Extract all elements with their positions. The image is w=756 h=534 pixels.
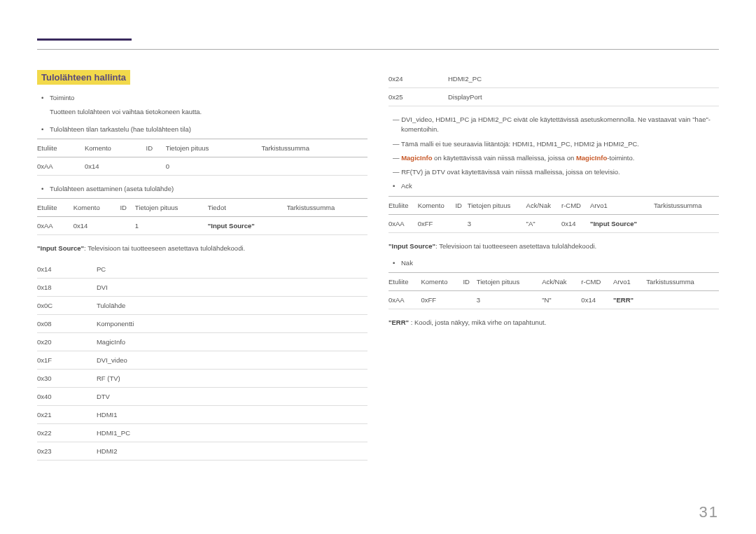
ack-desc: "Input Source": Televisioon tai tuottees…	[388, 241, 719, 251]
code-value: 0x24	[388, 70, 448, 88]
th: Komento	[418, 196, 456, 214]
th: Komento	[85, 139, 146, 157]
th: Tarkistussumma	[646, 273, 719, 291]
td: 0xAA	[37, 157, 85, 175]
td: 0x14	[74, 217, 120, 235]
td	[654, 214, 719, 232]
text: : Televisioon tai tuotteeseen asetettava…	[435, 242, 596, 250]
code-value: 0x25	[388, 88, 448, 106]
td: "A"	[526, 214, 561, 232]
err-desc: "ERR" : Koodi, josta näkyy, mikä virhe o…	[388, 318, 719, 328]
code-label: DTV	[97, 388, 368, 406]
td: 0x14	[85, 157, 146, 175]
td: 0xFF	[421, 291, 463, 309]
table-row: 0x25DisplayPort	[388, 88, 719, 106]
th: Tarkistussumma	[261, 139, 368, 157]
code-value: 0x08	[37, 315, 97, 333]
header-rule	[37, 49, 719, 50]
th: Tarkistussumma	[287, 199, 368, 217]
td: "N"	[542, 291, 581, 309]
td: 0	[166, 157, 262, 175]
magicinfo-highlight: MagicInfo	[401, 154, 432, 162]
td	[287, 217, 368, 235]
td: 0xFF	[418, 214, 456, 232]
td: "Input Source"	[590, 214, 654, 232]
td: "ERR"	[613, 291, 646, 309]
text: : Koodi, josta näkyy, mikä virhe on tapa…	[409, 318, 546, 326]
ack-table: Etuliite Komento ID Tietojen pituus Ack/…	[388, 196, 719, 233]
th: Ack/Nak	[542, 273, 581, 291]
code-value: 0x14	[37, 260, 97, 279]
td	[146, 157, 166, 175]
bold: "Input Source"	[37, 244, 84, 252]
text: : Televisioon tai tuotteeseen asetettava…	[84, 244, 245, 252]
code-value: 0x0C	[37, 297, 97, 315]
th: ID	[120, 199, 134, 217]
th: Tarkistussumma	[654, 196, 719, 214]
td: 3	[477, 291, 542, 309]
td: 3	[468, 214, 526, 232]
input-source-desc: "Input Source": Televisioon tai tuottees…	[37, 244, 368, 253]
magicinfo-highlight: MagicInfo	[576, 154, 607, 162]
table-row: 0x14PC	[37, 260, 368, 279]
th: Tietojen pituus	[468, 196, 526, 214]
th: Tietojen pituus	[135, 199, 208, 217]
code-label: HDMI1_PC	[97, 424, 368, 442]
code-value: 0x23	[37, 442, 97, 461]
section-title: Tulolähteen hallinta	[37, 70, 130, 85]
th: ID	[455, 196, 467, 214]
code-value: 0x21	[37, 406, 97, 424]
code-label: HDMI2_PC	[448, 70, 719, 88]
text: -toiminto.	[607, 154, 634, 162]
th: Etuliite	[37, 139, 85, 157]
td: "Input Source"	[208, 217, 287, 235]
code-label: DVI_video	[97, 351, 368, 370]
note: Tämä malli ei tue seuraavia liitäntöjä: …	[388, 139, 719, 149]
header-accent	[37, 38, 132, 49]
td	[261, 157, 368, 175]
table-row: 0x40DTV	[37, 388, 368, 406]
code-value: 0x20	[37, 333, 97, 351]
th: ID	[463, 273, 476, 291]
code-value: 0x22	[37, 424, 97, 442]
code-label: RF (TV)	[97, 370, 368, 388]
th: Etuliite	[388, 196, 418, 214]
table-row: 0x1FDVI_video	[37, 351, 368, 370]
code-label: DisplayPort	[448, 88, 719, 106]
td	[455, 214, 467, 232]
th: Komento	[421, 273, 463, 291]
note: MagicInfo on käytettävissä vain niissä m…	[388, 153, 719, 163]
th: Tietojen pituus	[477, 273, 542, 291]
th: r-CMD	[581, 273, 613, 291]
table-row: 0x08Komponentti	[37, 315, 368, 333]
table-row: 0x30RF (TV)	[37, 370, 368, 388]
nak-table: Etuliite Komento ID Tietojen pituus Ack/…	[388, 272, 719, 309]
td	[646, 291, 719, 309]
bold: "ERR"	[388, 318, 409, 326]
aseta-table: Etuliite Komento ID Tietojen pituus Tied…	[37, 198, 368, 235]
code-label: Tulolähde	[97, 297, 368, 315]
code-label: DVI	[97, 279, 368, 297]
code-value: 0x30	[37, 370, 97, 388]
th: Komento	[74, 199, 120, 217]
th: Tiedot	[208, 199, 287, 217]
table-row: 0x22HDMI1_PC	[37, 424, 368, 442]
note: DVI_video, HDMI1_PC ja HDMI2_PC eivät ol…	[388, 115, 719, 135]
page-content: Tulolähteen hallinta Toiminto Tuotteen t…	[37, 70, 719, 469]
th: Tietojen pituus	[166, 139, 262, 157]
ack-label: Ack	[388, 181, 719, 191]
th: Etuliite	[37, 199, 74, 217]
td: 0xAA	[37, 217, 74, 235]
text: on käytettävissä vain niissä malleissa, …	[432, 154, 575, 162]
page-number: 31	[699, 503, 719, 521]
th: Ack/Nak	[526, 196, 561, 214]
td: 0x14	[561, 214, 590, 232]
right-column: 0x24HDMI2_PC0x25DisplayPort DVI_video, H…	[388, 70, 719, 469]
toiminto-label: Toiminto	[37, 93, 368, 103]
left-column: Tulolähteen hallinta Toiminto Tuotteen t…	[37, 70, 368, 469]
codes-table-cont: 0x24HDMI2_PC0x25DisplayPort	[388, 70, 719, 106]
th: Arvo1	[613, 273, 646, 291]
tarkastelu-label: Tulolähteen tilan tarkastelu (hae tulolä…	[37, 125, 368, 134]
code-label: HDMI1	[97, 406, 368, 424]
bold: "Input Source"	[388, 242, 435, 250]
